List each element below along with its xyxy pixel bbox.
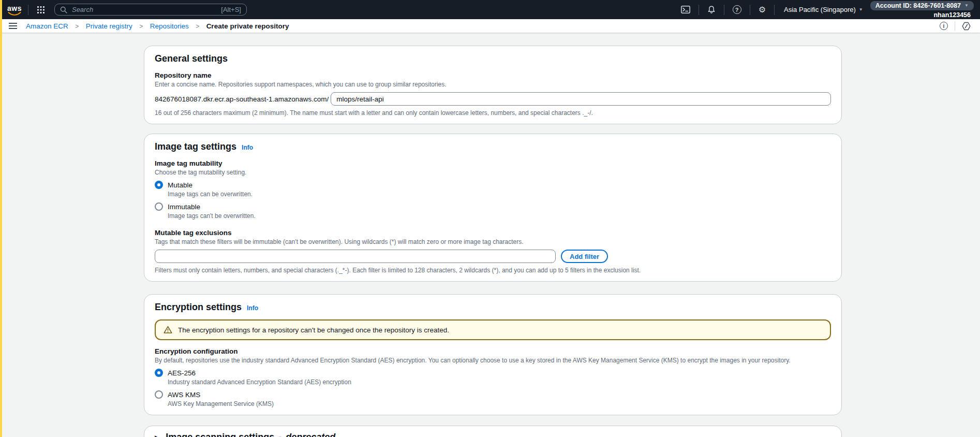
chevron-down-icon: ▼ xyxy=(859,8,863,12)
radio-unselected-icon xyxy=(155,390,163,399)
breadcrumb-current-page: Create private repository xyxy=(206,22,289,30)
encryption-configuration-label: Encryption configuration xyxy=(155,347,831,355)
title-dash: - xyxy=(278,432,281,437)
image-scanning-settings-card[interactable]: ▶ Image scanning settings - deprecated xyxy=(144,426,842,437)
radio-unselected-icon xyxy=(155,202,163,211)
breadcrumb-bar: Amazon ECR > Private registry > Reposito… xyxy=(0,19,980,33)
help-icon[interactable]: ? xyxy=(731,5,744,14)
announcements-hexagon-icon[interactable] xyxy=(962,22,971,31)
radio-selected-icon xyxy=(155,181,163,189)
nav-divider xyxy=(750,5,750,15)
tools-divider xyxy=(955,21,955,31)
search-input[interactable] xyxy=(71,5,217,14)
nav-divider xyxy=(28,5,28,15)
aws-smile-icon xyxy=(8,12,21,16)
repository-name-label: Repository name xyxy=(155,71,831,79)
cloudshell-icon[interactable] xyxy=(679,6,692,13)
main-content: General settings Repository name Enter a… xyxy=(0,33,980,437)
image-tag-settings-title: Image tag settings Info xyxy=(155,141,831,152)
radio-option-aes-256[interactable]: AES-256 xyxy=(155,369,831,377)
repository-name-input[interactable] xyxy=(331,92,831,106)
encryption-warning-alert: The encryption settings for a repository… xyxy=(155,319,831,340)
account-section: Account ID: 8426-7601-8087 ▼ nhan123456 xyxy=(870,0,976,19)
aws-logo[interactable]: aws xyxy=(7,5,22,16)
image-tag-mutability-description: Choose the tag mutability setting. xyxy=(155,169,831,176)
chevron-down-icon: ▼ xyxy=(964,4,969,8)
apps-grid-icon[interactable] xyxy=(35,6,47,14)
repository-uri-prefix: 842676018087.dkr.ecr.ap-southeast-1.amaz… xyxy=(155,95,329,103)
nav-divider xyxy=(699,5,699,15)
breadcrumb-separator: > xyxy=(139,23,143,30)
encryption-warning-text: The encryption settings for a repository… xyxy=(178,326,449,334)
side-menu-toggle-icon[interactable] xyxy=(8,22,18,30)
radio-option-description: Industry standard Advanced Encryption St… xyxy=(168,378,831,386)
breadcrumb: Amazon ECR > Private registry > Reposito… xyxy=(26,21,289,31)
settings-gear-icon[interactable]: ⚙ xyxy=(756,6,768,14)
radio-option-description: AWS Key Management Service (KMS) xyxy=(168,400,831,407)
image-tag-settings-card: Image tag settings Info Image tag mutabi… xyxy=(144,134,842,282)
region-label: Asia Pacific (Singapore) xyxy=(784,6,856,13)
deprecated-label: deprecated xyxy=(286,432,335,437)
image-scanning-settings-title: Image scanning settings xyxy=(166,432,274,437)
mutable-tag-exclusions-description: Tags that match these filters will be im… xyxy=(155,238,831,245)
radio-selected-icon xyxy=(155,369,163,377)
radio-option-immutable[interactable]: Immutable xyxy=(155,202,831,211)
warning-triangle-icon xyxy=(164,326,172,334)
account-id-label: Account ID: 8426-7601-8087 xyxy=(875,2,961,9)
username-label: nhan123456 xyxy=(933,11,974,19)
help-glyph: ? xyxy=(735,7,739,13)
top-navigation-bar: aws [Alt+S] xyxy=(0,0,980,19)
breadcrumb-separator: > xyxy=(75,23,79,30)
radio-option-mutable[interactable]: Mutable xyxy=(155,181,831,189)
global-search[interactable]: [Alt+S] xyxy=(54,4,247,16)
image-tag-mutability-label: Image tag mutability xyxy=(155,159,831,167)
expand-caret-icon[interactable]: ▶ xyxy=(155,434,159,437)
image-tag-settings-title-text: Image tag settings xyxy=(155,141,236,152)
encryption-settings-title-text: Encryption settings xyxy=(155,302,242,313)
radio-option-aws-kms[interactable]: AWS KMS xyxy=(155,390,831,399)
add-filter-button[interactable]: Add filter xyxy=(561,250,608,263)
general-settings-card: General settings Repository name Enter a… xyxy=(144,46,842,124)
exclusion-filter-input[interactable] xyxy=(155,250,556,263)
account-menu-button[interactable]: Account ID: 8426-7601-8087 ▼ xyxy=(870,1,974,10)
radio-option-label: AES-256 xyxy=(168,369,196,377)
left-edge-marker xyxy=(0,0,2,437)
encryption-configuration-description: By default, repositories use the industr… xyxy=(155,357,831,364)
nav-right-cluster: ? ⚙ Asia Pacific (Singapore) ▼ Account I… xyxy=(679,0,976,19)
repository-name-description: Enter a concise name. Repositories suppo… xyxy=(155,81,831,88)
encryption-settings-card: Encryption settings Info The encryption … xyxy=(144,294,842,415)
search-icon xyxy=(60,6,67,13)
radio-option-label: AWS KMS xyxy=(168,391,200,399)
exclusion-filter-constraint: Filters must only contain letters, numbe… xyxy=(155,267,831,274)
radio-option-description: Image tags can be overwritten. xyxy=(168,191,831,198)
radio-option-description: Image tags can't be overwritten. xyxy=(168,212,831,220)
mutable-tag-exclusions-label: Mutable tag exclusions xyxy=(155,229,831,237)
notifications-bell-icon[interactable] xyxy=(705,6,718,14)
info-icon[interactable]: i xyxy=(940,22,948,30)
search-shortcut-hint: [Alt+S] xyxy=(221,6,241,13)
region-selector[interactable]: Asia Pacific (Singapore) ▼ xyxy=(784,6,863,13)
radio-option-label: Immutable xyxy=(168,203,200,211)
breadcrumb-link-private-registry[interactable]: Private registry xyxy=(86,22,132,30)
info-glyph: i xyxy=(943,23,945,29)
aws-logo-text: aws xyxy=(7,5,22,12)
breadcrumb-link-amazon-ecr[interactable]: Amazon ECR xyxy=(26,22,68,30)
breadcrumb-link-repositories[interactable]: Repositories xyxy=(150,22,189,30)
general-settings-title: General settings xyxy=(155,53,831,64)
breadcrumb-separator: > xyxy=(196,23,199,30)
repository-name-constraint: 16 out of 256 characters maximum (2 mini… xyxy=(155,109,831,116)
radio-option-label: Mutable xyxy=(168,181,192,189)
page-tools: i xyxy=(940,21,971,31)
image-tag-info-link[interactable]: Info xyxy=(242,144,253,151)
encryption-info-link[interactable]: Info xyxy=(247,304,258,312)
encryption-settings-title: Encryption settings Info xyxy=(155,302,831,313)
nav-divider xyxy=(724,5,724,15)
repository-name-row: 842676018087.dkr.ecr.ap-southeast-1.amaz… xyxy=(155,92,831,106)
nav-divider xyxy=(774,5,775,15)
exclusion-filter-row: Add filter xyxy=(155,250,831,263)
